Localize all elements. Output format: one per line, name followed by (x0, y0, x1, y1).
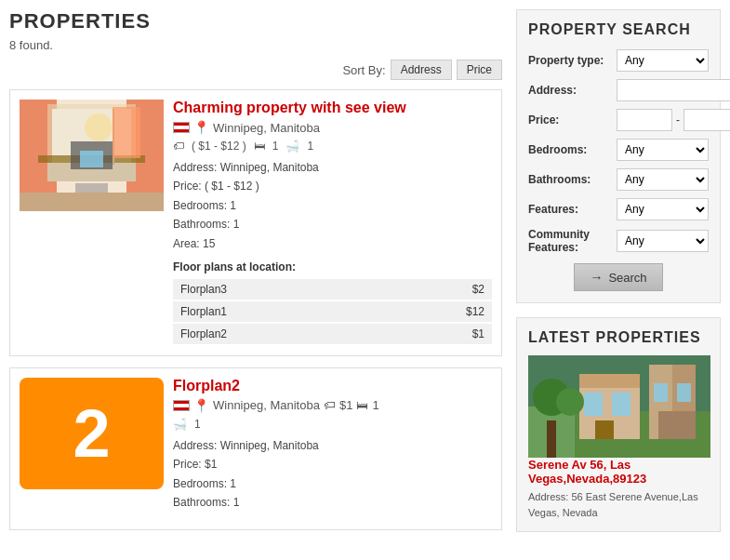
price-tag-icon: 🏷 (324, 398, 336, 412)
svg-point-28 (556, 388, 584, 416)
latest-properties-section: LATEST PROPERTIES (516, 317, 721, 532)
svg-rect-11 (113, 107, 140, 158)
property-card: 2 Florplan2 📍 Winnipeg, Manitoba 🏷 $1 🛏 … (9, 367, 502, 530)
sort-address-button[interactable]: Address (391, 60, 452, 80)
bedrooms-detail: Bedrooms: 1 (173, 474, 492, 493)
search-button[interactable]: → Search (574, 263, 662, 291)
floorplan-row[interactable]: Florplan3 $2 (173, 279, 492, 300)
bathrooms-row: Bathrooms: Any 1 2 3 4+ (528, 168, 709, 191)
property-search-section: PROPERTY SEARCH Property type: Any House… (516, 9, 721, 303)
location-text: Winnipeg, Manitoba (213, 398, 320, 412)
sort-price-button[interactable]: Price (457, 60, 502, 80)
floorplans-title: Floor plans at location: (173, 260, 492, 273)
floorplan-row[interactable]: Florplan1 $12 (173, 301, 492, 322)
floorplan-name: Florplan1 (180, 305, 227, 318)
property-details: Charming property with see view 📍 Winnip… (173, 100, 492, 346)
price-display: ( $1 - $12 ) (192, 140, 246, 153)
price-min-input[interactable] (617, 109, 672, 131)
bath-count: 1 (307, 140, 313, 153)
bathrooms-select[interactable]: Any 1 2 3 4+ (617, 168, 709, 191)
features-select[interactable]: Any Pool Garage Garden (617, 198, 709, 220)
bed-count: 1 (272, 140, 279, 153)
property-image-number: 2 (20, 378, 164, 489)
address-input[interactable] (617, 79, 730, 101)
price-display: $1 (339, 398, 352, 412)
price-separator: - (676, 113, 680, 127)
latest-prop-title[interactable]: Serene Av 56, Las Vegas,Nevada,89123 (528, 458, 709, 486)
bed-icon: 🛏 (254, 140, 265, 153)
property-details: Florplan2 📍 Winnipeg, Manitoba 🏷 $1 🛏 1 … (173, 378, 492, 520)
community-row: Community Features: Any School Park Hosp… (528, 228, 709, 254)
bath-count: 1 (194, 418, 201, 431)
svg-rect-9 (80, 151, 103, 167)
price-range: - (617, 109, 730, 131)
address-detail: Address: Winnipeg, Manitoba (173, 436, 492, 455)
property-type-label: Property type: (528, 54, 612, 67)
svg-rect-20 (658, 411, 696, 439)
bath-icon: 🛁 (285, 140, 299, 153)
bathrooms-detail: Bathrooms: 1 (173, 215, 492, 233)
svg-rect-18 (654, 383, 668, 402)
svg-rect-22 (579, 374, 640, 388)
property-type-select[interactable]: Any House Apartment Condo (617, 49, 709, 72)
bed-icon: 🛏 (356, 398, 368, 412)
flag-icon (173, 400, 190, 411)
bedrooms-select[interactable]: Any 1 2 3 4 5+ (617, 139, 709, 161)
search-title: PROPERTY SEARCH (528, 21, 709, 38)
sort-bar: Sort By: Address Price (9, 60, 502, 80)
community-label: Community Features: (528, 228, 612, 254)
bathrooms-detail: Bathrooms: 1 (173, 493, 492, 512)
floorplan-price: $12 (466, 305, 484, 318)
bath-icon: 🛁 (173, 418, 187, 431)
number-display: 2 (73, 395, 110, 472)
property-location: 📍 Winnipeg, Manitoba (173, 120, 492, 135)
svg-rect-13 (75, 183, 108, 193)
bedrooms-label: Bedrooms: (528, 143, 612, 156)
svg-rect-5 (20, 193, 164, 211)
property-info: Address: Winnipeg, Manitoba Price: ( $1 … (173, 158, 492, 253)
latest-prop-info: Address: 56 East Serene Avenue,Las Vegas… (528, 489, 709, 520)
property-title[interactable]: Charming property with see view (173, 100, 492, 116)
price-detail: Price: ( $1 - $12 ) (173, 177, 492, 195)
sidebar: PROPERTY SEARCH Property type: Any House… (516, 9, 721, 541)
svg-rect-23 (584, 393, 603, 416)
pin-icon: 📍 (193, 120, 209, 135)
property-image (20, 100, 164, 211)
bedrooms-detail: Bedrooms: 1 (173, 196, 492, 215)
bed-count: 1 (372, 398, 378, 412)
property-info: Address: Winnipeg, Manitoba Price: $1 Be… (173, 436, 492, 513)
features-row: Features: Any Pool Garage Garden (528, 198, 709, 220)
property-meta: 🏷 ( $1 - $12 ) 🛏 1 🛁 1 (173, 140, 492, 153)
property-meta: 🛁 1 (173, 418, 492, 431)
features-label: Features: (528, 203, 612, 216)
floorplan-name: Florplan2 (180, 327, 227, 340)
latest-property-image (528, 355, 709, 458)
found-count: 8 found. (9, 38, 502, 52)
svg-rect-24 (612, 393, 630, 416)
address-label: Address: (528, 84, 612, 97)
flag-icon (173, 122, 190, 133)
price-label: Price: (528, 113, 612, 127)
property-location: 📍 Winnipeg, Manitoba 🏷 $1 🛏 1 (173, 398, 492, 413)
search-button-label: Search (608, 271, 646, 285)
area-detail: Area: 15 (173, 234, 492, 253)
sort-label: Sort By: (342, 63, 385, 77)
price-tag-icon: 🏷 (173, 140, 184, 153)
bedrooms-row: Bedrooms: Any 1 2 3 4 5+ (528, 139, 709, 161)
property-title[interactable]: Florplan2 (173, 378, 492, 394)
latest-title: LATEST PROPERTIES (528, 329, 709, 346)
price-max-input[interactable] (684, 109, 730, 131)
page-title: PROPERTIES (9, 9, 502, 33)
svg-point-12 (85, 113, 113, 141)
floorplan-name: Florplan3 (180, 283, 227, 296)
bathrooms-label: Bathrooms: (528, 173, 612, 186)
price-detail: Price: $1 (173, 455, 492, 473)
floorplan-row[interactable]: Florplan2 $1 (173, 324, 492, 344)
community-select[interactable]: Any School Park Hospital (617, 230, 709, 252)
svg-rect-25 (595, 420, 614, 439)
svg-rect-19 (677, 383, 691, 402)
floorplan-price: $2 (472, 283, 484, 296)
property-card: Charming property with see view 📍 Winnip… (9, 89, 502, 356)
price-row: Price: - (528, 109, 709, 131)
address-row: Address: (528, 79, 709, 101)
